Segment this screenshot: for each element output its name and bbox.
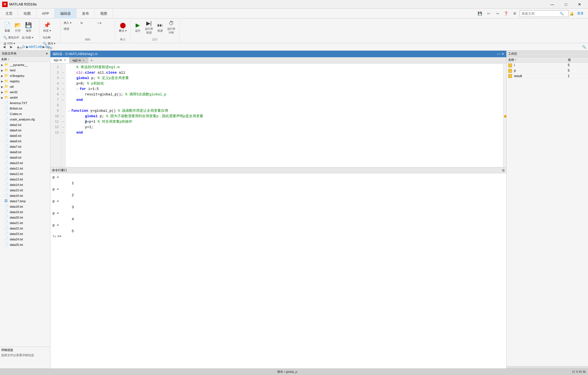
menu-tab-editor[interactable]: 编辑器 bbox=[55, 9, 77, 19]
expand-arrow[interactable]: ▶ bbox=[1, 91, 4, 94]
tab-eg1[interactable]: eg1.m ✕ bbox=[50, 57, 69, 63]
file-data4[interactable]: 📄 data4.txt bbox=[0, 128, 50, 133]
file-codes[interactable]: 📄 Codes.m bbox=[0, 111, 50, 117]
addr-search-btn[interactable]: 🔍 bbox=[581, 44, 587, 50]
menu-tab-app[interactable]: APP bbox=[36, 9, 55, 19]
folder-util[interactable]: ▶ 📁 util bbox=[0, 84, 50, 89]
folder-win64[interactable]: ▶ 📁 win64 bbox=[0, 95, 50, 100]
tab-eg2[interactable]: eg2.m ✕ bbox=[69, 57, 89, 63]
insert-button[interactable]: 插入 ▾ bbox=[63, 20, 79, 26]
ws-row-p[interactable]: p 5 bbox=[507, 68, 588, 73]
comment-button[interactable]: % 注释 bbox=[42, 35, 58, 40]
menu-tab-home[interactable]: 主页 bbox=[0, 9, 18, 19]
back-button[interactable]: ◀ bbox=[1, 44, 7, 50]
file-data5[interactable]: 📄 data5.txt bbox=[0, 133, 50, 138]
addr-d[interactable]: D: bbox=[22, 45, 26, 49]
tab-eg1-close[interactable]: ✕ bbox=[64, 59, 66, 62]
ws-row-result[interactable]: result 1 bbox=[507, 73, 588, 79]
expand-arrow[interactable]: ▶ bbox=[1, 80, 4, 83]
find-file-button[interactable]: 🔍 查找文件 bbox=[2, 35, 20, 40]
editor-minimize[interactable]: — bbox=[497, 52, 500, 56]
percent-button[interactable]: □ ▾ bbox=[96, 20, 113, 26]
file-data12[interactable]: 📄 data12.txt bbox=[0, 171, 50, 177]
editor-scrollbar[interactable] bbox=[503, 63, 506, 167]
file-data8[interactable]: 📄 data8.txt bbox=[0, 149, 50, 155]
run-time-button[interactable]: ⏱ 运行并计时 bbox=[166, 20, 177, 34]
editor-close[interactable]: ✕ bbox=[501, 52, 504, 56]
workspace-scrollbar[interactable] bbox=[507, 366, 588, 368]
addr-matlab[interactable]: MATLAB bbox=[29, 45, 42, 49]
advance-button[interactable]: ⏭ 前进 bbox=[155, 20, 165, 34]
folder-m3iregistry[interactable]: ▶ 📁 m3iregistry bbox=[0, 73, 50, 78]
menu-tab-plot[interactable]: 绘图 bbox=[18, 9, 36, 19]
file-cfg[interactable]: 📄 crash_analyzer.cfg bbox=[0, 117, 50, 122]
tab-eg2-close[interactable]: ✕ bbox=[83, 59, 85, 62]
file-data7[interactable]: 📄 data7.txt bbox=[0, 144, 50, 149]
compare-button[interactable]: ⚖ 比较 ▾ bbox=[21, 35, 37, 40]
file-data2[interactable]: 📄 data2.txt bbox=[0, 122, 50, 128]
forward-button[interactable]: ▶ bbox=[8, 44, 14, 50]
expand-arrow[interactable]: ▶ bbox=[1, 69, 4, 72]
file-data9[interactable]: 📄 data9.txt bbox=[0, 155, 50, 160]
indent-button[interactable]: 缩进 bbox=[63, 26, 79, 32]
file-data17[interactable]: 🖼 data17.bmp bbox=[0, 198, 50, 204]
folder-html[interactable]: ▶ 📁 html bbox=[0, 68, 50, 73]
redo-icon-btn[interactable]: ↪ bbox=[493, 10, 501, 17]
file-data15[interactable]: 📄 data15.txt bbox=[0, 188, 50, 193]
expand-arrow[interactable]: ▶ bbox=[1, 63, 4, 66]
login-button[interactable]: 登录 bbox=[575, 11, 586, 16]
close-button[interactable]: ✕ bbox=[573, 0, 586, 9]
file-data24[interactable]: 📄 data24.txt bbox=[0, 237, 50, 242]
file-data11[interactable]: 📄 data11.txt bbox=[0, 166, 50, 171]
settings-icon-btn[interactable]: ⚙ bbox=[511, 10, 519, 17]
save-button[interactable]: 💾 保存 bbox=[23, 20, 33, 34]
run-advance-button[interactable]: ▶| 运行并前进 bbox=[143, 20, 155, 34]
expand-arrow[interactable]: ▶ bbox=[1, 96, 4, 99]
addr-bin[interactable]: bin bbox=[45, 45, 50, 49]
save-icon-btn[interactable]: 💾 bbox=[476, 10, 484, 17]
file-british[interactable]: 📄 British.txt bbox=[0, 106, 50, 111]
file-data13[interactable]: 📄 data13.txt bbox=[0, 177, 50, 182]
new-button[interactable]: 📄 新建 bbox=[2, 20, 12, 34]
file-america[interactable]: 📄 America.TXT bbox=[0, 100, 50, 106]
menu-tab-publish[interactable]: 发布 bbox=[77, 9, 95, 19]
expand-arrow[interactable]: ▶ bbox=[1, 74, 4, 77]
file-data25[interactable]: 📄 data25.txt bbox=[0, 242, 50, 247]
folder-win32[interactable]: ▶ 📁 win32 bbox=[0, 89, 50, 95]
cmd-content[interactable]: p = 1 p = 2 p = 3 p = 4 p = 5 bbox=[50, 173, 506, 243]
minimize-button[interactable]: — bbox=[546, 0, 559, 9]
undo-icon-btn[interactable]: ↩ bbox=[485, 10, 492, 17]
file-data18[interactable]: 📄 data18.txt bbox=[0, 204, 50, 209]
maximize-button[interactable]: □ bbox=[560, 0, 572, 9]
file-label: data11.txt bbox=[10, 167, 23, 170]
cmd-expand[interactable]: ⊙ bbox=[502, 168, 505, 172]
file-data23[interactable]: 📄 data23.txt bbox=[0, 231, 50, 237]
code-area[interactable]: 1 2 3 4 5 6 7 8 9 10 11 12 13 — — — — bbox=[50, 63, 506, 167]
file-data22[interactable]: 📄 data22.txt bbox=[0, 226, 50, 231]
folder-pycache[interactable]: ▶ 📁 __pycache__ bbox=[0, 62, 50, 68]
help-icon-btn[interactable]: ❓ bbox=[502, 10, 510, 17]
breakpoint-button[interactable]: ⬤ 断点 ▾ bbox=[117, 20, 128, 34]
ws-row-i[interactable]: i 5 bbox=[507, 63, 588, 68]
cmd-prompt[interactable]: fx >> bbox=[53, 234, 504, 238]
code-content[interactable]: % 将这段代码复制进eg1.m clc.clear all.close all … bbox=[66, 63, 503, 167]
expand-arrow[interactable]: ▶ bbox=[1, 85, 4, 88]
menu-tab-view[interactable]: 视图 bbox=[95, 9, 113, 19]
file-data20[interactable]: 📄 data20.txt bbox=[0, 215, 50, 220]
file-data10[interactable]: 📄 data10.txt bbox=[0, 160, 50, 166]
folder-registry[interactable]: ▶ 📁 registry bbox=[0, 78, 50, 84]
file-data21[interactable]: 📄 data21.txt bbox=[0, 220, 50, 226]
goto-button[interactable]: 📌 转至 ▾ bbox=[42, 20, 53, 34]
search-input[interactable] bbox=[522, 12, 560, 16]
add-tab-button[interactable]: + bbox=[88, 57, 95, 63]
file-data16[interactable]: 📄 data16.txt bbox=[0, 193, 50, 198]
run-button[interactable]: ▶ 运行 bbox=[133, 20, 143, 34]
file-data14[interactable]: 📄 data14.txt bbox=[0, 182, 50, 188]
fx-button[interactable]: fx bbox=[80, 20, 96, 26]
file-panel-collapse[interactable]: ▼ bbox=[45, 52, 48, 56]
open-button[interactable]: 📂 打开 bbox=[13, 20, 23, 34]
file-data19[interactable]: 📄 data19.txt bbox=[0, 209, 50, 215]
file-data6[interactable]: 📄 data6.txt bbox=[0, 138, 50, 144]
up-button[interactable]: ▲ bbox=[15, 44, 21, 50]
file-list[interactable]: ▶ 📁 __pycache__ ▶ 📁 html ▶ 📁 m3iregistry… bbox=[0, 62, 50, 347]
